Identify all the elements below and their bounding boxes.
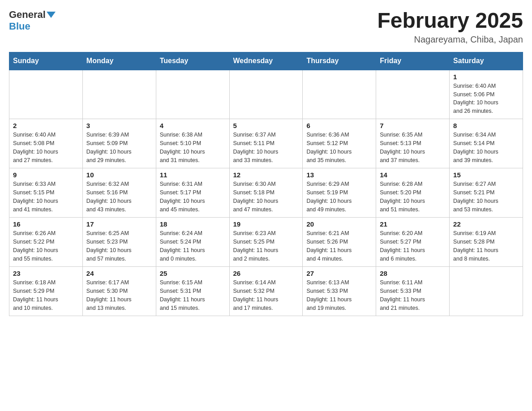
- title-section: February 2025 Nagareyama, Chiba, Japan: [377, 9, 523, 45]
- header-wednesday: Wednesday: [229, 52, 303, 70]
- day-number: 8: [453, 122, 519, 129]
- day-info: Sunrise: 6:30 AM Sunset: 5:18 PM Dayligh…: [233, 180, 299, 214]
- day-info: Sunrise: 6:15 AM Sunset: 5:31 PM Dayligh…: [160, 278, 226, 312]
- day-number: 28: [380, 270, 446, 277]
- day-cell: 17Sunrise: 6:25 AM Sunset: 5:23 PM Dayli…: [82, 218, 156, 267]
- day-number: 12: [233, 171, 299, 179]
- day-number: 23: [13, 270, 79, 277]
- day-number: 19: [233, 220, 299, 228]
- logo-blue-text: Blue: [9, 21, 30, 32]
- day-cell: 24Sunrise: 6:17 AM Sunset: 5:30 PM Dayli…: [82, 267, 156, 316]
- day-info: Sunrise: 6:32 AM Sunset: 5:16 PM Dayligh…: [86, 180, 152, 214]
- day-number: 16: [13, 220, 79, 228]
- day-info: Sunrise: 6:31 AM Sunset: 5:17 PM Dayligh…: [160, 180, 226, 214]
- header-tuesday: Tuesday: [156, 52, 229, 70]
- day-info: Sunrise: 6:37 AM Sunset: 5:11 PM Dayligh…: [233, 131, 299, 164]
- day-info: Sunrise: 6:34 AM Sunset: 5:14 PM Dayligh…: [453, 131, 519, 164]
- day-cell: 16Sunrise: 6:26 AM Sunset: 5:22 PM Dayli…: [9, 218, 83, 267]
- day-number: 18: [160, 220, 226, 228]
- day-number: 20: [306, 220, 372, 228]
- day-cell: 2Sunrise: 6:40 AM Sunset: 5:08 PM Daylig…: [9, 119, 83, 168]
- day-info: Sunrise: 6:19 AM Sunset: 5:28 PM Dayligh…: [453, 229, 519, 263]
- day-number: 2: [13, 122, 79, 129]
- logo: General Blue: [9, 9, 56, 32]
- day-cell: 23Sunrise: 6:18 AM Sunset: 5:29 PM Dayli…: [9, 267, 83, 316]
- day-number: 5: [233, 122, 299, 129]
- day-number: 25: [160, 270, 226, 277]
- day-cell: 10Sunrise: 6:32 AM Sunset: 5:16 PM Dayli…: [82, 168, 156, 218]
- day-number: 11: [160, 171, 226, 179]
- day-number: 22: [453, 220, 519, 228]
- day-cell: [9, 70, 83, 119]
- day-info: Sunrise: 6:23 AM Sunset: 5:25 PM Dayligh…: [233, 229, 299, 263]
- logo-general-text: General: [9, 9, 46, 21]
- day-info: Sunrise: 6:29 AM Sunset: 5:19 PM Dayligh…: [306, 180, 372, 214]
- day-cell: [303, 70, 376, 119]
- day-cell: 8Sunrise: 6:34 AM Sunset: 5:14 PM Daylig…: [450, 119, 523, 168]
- day-cell: 26Sunrise: 6:14 AM Sunset: 5:32 PM Dayli…: [229, 267, 303, 316]
- calendar-title: February 2025: [377, 9, 523, 33]
- day-info: Sunrise: 6:27 AM Sunset: 5:21 PM Dayligh…: [453, 180, 519, 214]
- day-cell: 21Sunrise: 6:20 AM Sunset: 5:27 PM Dayli…: [376, 218, 450, 267]
- day-cell: 18Sunrise: 6:24 AM Sunset: 5:24 PM Dayli…: [156, 218, 229, 267]
- day-info: Sunrise: 6:40 AM Sunset: 5:06 PM Dayligh…: [453, 82, 519, 116]
- day-cell: 20Sunrise: 6:21 AM Sunset: 5:26 PM Dayli…: [303, 218, 376, 267]
- day-info: Sunrise: 6:13 AM Sunset: 5:33 PM Dayligh…: [306, 278, 372, 312]
- day-info: Sunrise: 6:20 AM Sunset: 5:27 PM Dayligh…: [380, 229, 446, 263]
- day-info: Sunrise: 6:35 AM Sunset: 5:13 PM Dayligh…: [380, 131, 446, 164]
- header-friday: Friday: [376, 52, 450, 70]
- day-cell: [156, 70, 229, 119]
- day-cell: 9Sunrise: 6:33 AM Sunset: 5:15 PM Daylig…: [9, 168, 83, 218]
- week-row-2: 2Sunrise: 6:40 AM Sunset: 5:08 PM Daylig…: [9, 119, 523, 168]
- day-cell: 19Sunrise: 6:23 AM Sunset: 5:25 PM Dayli…: [229, 218, 303, 267]
- header-monday: Monday: [82, 52, 156, 70]
- day-info: Sunrise: 6:36 AM Sunset: 5:12 PM Dayligh…: [306, 131, 372, 164]
- day-cell: 5Sunrise: 6:37 AM Sunset: 5:11 PM Daylig…: [229, 119, 303, 168]
- day-info: Sunrise: 6:24 AM Sunset: 5:24 PM Dayligh…: [160, 229, 226, 263]
- day-number: 9: [13, 171, 79, 179]
- day-info: Sunrise: 6:18 AM Sunset: 5:29 PM Dayligh…: [13, 278, 79, 312]
- day-cell: 4Sunrise: 6:38 AM Sunset: 5:10 PM Daylig…: [156, 119, 229, 168]
- day-number: 10: [86, 171, 152, 179]
- day-info: Sunrise: 6:21 AM Sunset: 5:26 PM Dayligh…: [306, 229, 372, 263]
- day-number: 17: [86, 220, 152, 228]
- day-cell: 7Sunrise: 6:35 AM Sunset: 5:13 PM Daylig…: [376, 119, 450, 168]
- logo-triangle-icon: [47, 12, 56, 18]
- day-number: 1: [453, 73, 519, 81]
- day-info: Sunrise: 6:14 AM Sunset: 5:32 PM Dayligh…: [233, 278, 299, 312]
- calendar-subtitle: Nagareyama, Chiba, Japan: [377, 34, 523, 45]
- day-cell: 27Sunrise: 6:13 AM Sunset: 5:33 PM Dayli…: [303, 267, 376, 316]
- day-info: Sunrise: 6:25 AM Sunset: 5:23 PM Dayligh…: [86, 229, 152, 263]
- day-number: 14: [380, 171, 446, 179]
- week-row-1: 1Sunrise: 6:40 AM Sunset: 5:06 PM Daylig…: [9, 70, 523, 119]
- day-number: 6: [306, 122, 372, 129]
- calendar-table: SundayMondayTuesdayWednesdayThursdayFrid…: [9, 52, 523, 317]
- calendar-header-row: SundayMondayTuesdayWednesdayThursdayFrid…: [9, 52, 523, 70]
- day-info: Sunrise: 6:26 AM Sunset: 5:22 PM Dayligh…: [13, 229, 79, 263]
- day-number: 27: [306, 270, 372, 277]
- page-header: General Blue February 2025 Nagareyama, C…: [9, 9, 523, 45]
- day-cell: 25Sunrise: 6:15 AM Sunset: 5:31 PM Dayli…: [156, 267, 229, 316]
- day-info: Sunrise: 6:33 AM Sunset: 5:15 PM Dayligh…: [13, 180, 79, 214]
- day-cell: 13Sunrise: 6:29 AM Sunset: 5:19 PM Dayli…: [303, 168, 376, 218]
- day-cell: 15Sunrise: 6:27 AM Sunset: 5:21 PM Dayli…: [450, 168, 523, 218]
- day-number: 24: [86, 270, 152, 277]
- day-info: Sunrise: 6:38 AM Sunset: 5:10 PM Dayligh…: [160, 131, 226, 164]
- day-cell: [376, 70, 450, 119]
- day-cell: 1Sunrise: 6:40 AM Sunset: 5:06 PM Daylig…: [450, 70, 523, 119]
- day-info: Sunrise: 6:11 AM Sunset: 5:33 PM Dayligh…: [380, 278, 446, 312]
- day-cell: 28Sunrise: 6:11 AM Sunset: 5:33 PM Dayli…: [376, 267, 450, 316]
- day-cell: 22Sunrise: 6:19 AM Sunset: 5:28 PM Dayli…: [450, 218, 523, 267]
- day-number: 7: [380, 122, 446, 129]
- day-info: Sunrise: 6:39 AM Sunset: 5:09 PM Dayligh…: [86, 131, 152, 164]
- header-sunday: Sunday: [9, 52, 83, 70]
- day-info: Sunrise: 6:40 AM Sunset: 5:08 PM Dayligh…: [13, 131, 79, 164]
- week-row-5: 23Sunrise: 6:18 AM Sunset: 5:29 PM Dayli…: [9, 267, 523, 316]
- day-number: 21: [380, 220, 446, 228]
- day-cell: [82, 70, 156, 119]
- day-number: 15: [453, 171, 519, 179]
- day-info: Sunrise: 6:28 AM Sunset: 5:20 PM Dayligh…: [380, 180, 446, 214]
- week-row-3: 9Sunrise: 6:33 AM Sunset: 5:15 PM Daylig…: [9, 168, 523, 218]
- day-cell: 14Sunrise: 6:28 AM Sunset: 5:20 PM Dayli…: [376, 168, 450, 218]
- day-cell: [450, 267, 523, 316]
